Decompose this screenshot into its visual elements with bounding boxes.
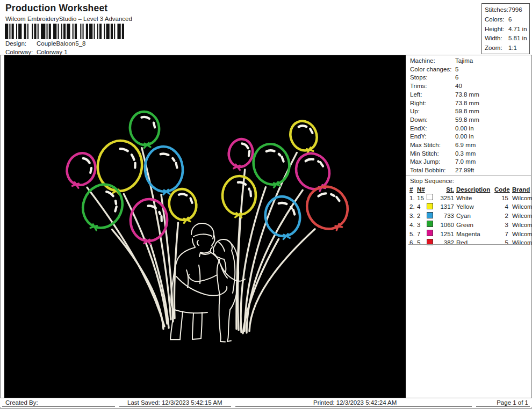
swatch-cell	[426, 212, 435, 221]
stitch-count: 733	[435, 212, 454, 221]
swatch-cell	[426, 203, 435, 212]
machine-info-value: 73.8 mm	[455, 91, 479, 98]
needle-number: 7	[417, 230, 426, 239]
swatch-cell	[426, 221, 435, 230]
machine-info-value: 6.9 mm	[455, 142, 476, 148]
machine-info-row: Left:73.8 mm	[410, 91, 529, 99]
couple-outline-stitch	[192, 239, 195, 247]
machine-info-label: Color changes:	[410, 65, 455, 74]
stitch-count: 1317	[435, 203, 454, 211]
machine-info-value: 7.0 mm	[455, 158, 476, 165]
stat-label: Zoom:	[485, 43, 508, 53]
balloon-outline	[76, 178, 128, 233]
balloon-graphic	[249, 140, 294, 191]
balloon-highlight	[82, 158, 93, 167]
stat-value: 7996	[508, 6, 522, 13]
thread-description: Green	[454, 221, 494, 230]
swatch-cell	[426, 230, 435, 239]
swatch-cell	[426, 194, 435, 203]
machine-info-value: 27.99ft	[455, 167, 474, 173]
thread-description: Yellow	[454, 203, 494, 211]
machine-info-value: 5	[455, 66, 458, 72]
machine-info-row: Min Stitch:0.3 mm	[410, 150, 529, 158]
stop-sequence-row: 6.5382Red5Wilcom	[409, 239, 530, 248]
balloon-highlight	[104, 192, 119, 204]
machine-info-label: Min Stitch:	[410, 150, 455, 158]
couple-outline-stitch	[224, 259, 226, 272]
needle-number: 15	[417, 194, 426, 203]
couple-outline-stitch	[192, 339, 201, 339]
stop-sequence-row: 2.41317Yellow4Wilcom	[409, 203, 530, 212]
machine-info-row: Trims:40	[410, 82, 529, 91]
machine-info-row: Max Jump:7.0 mm	[410, 158, 529, 166]
design-stats-box: Stitches:7996Colors:6Height:4.71 inWidth…	[481, 3, 530, 54]
balloon-outline	[128, 110, 161, 147]
couple-outline-stitch	[192, 313, 193, 339]
balloon-highlight-dash	[90, 168, 92, 173]
stat-row: Stitches:7996	[485, 5, 529, 15]
row-number: 4.	[409, 221, 417, 230]
balloon-graphic	[222, 176, 257, 218]
column-header: St.	[435, 186, 454, 194]
balloon-graphic	[62, 149, 99, 191]
created-by-cell: Created By:	[2, 399, 115, 407]
machine-info-label: Right:	[410, 99, 455, 108]
thread-brand: Wilcom	[508, 203, 530, 211]
page-title: Production Worksheet	[5, 3, 107, 14]
balloon-highlight-dash	[250, 191, 251, 196]
machine-info-row: Up:59.8 mm	[410, 107, 529, 116]
thread-code: 15	[494, 194, 508, 203]
row-number: 3.	[409, 212, 417, 221]
machine-info-value: Tajima	[455, 57, 473, 64]
stat-label: Stitches:	[485, 5, 508, 15]
balloon-outline	[143, 145, 185, 194]
balloon-highlight-dash	[248, 151, 250, 156]
balloon-graphic	[286, 117, 322, 157]
needle-number: 4	[417, 203, 426, 211]
production-worksheet-page: Production Worksheet Wilcom EmbroiderySt…	[0, 0, 532, 409]
app-subtitle: Wilcom EmbroideryStudio – Level 3 Advanc…	[5, 16, 132, 22]
stitch-count: 1060	[435, 221, 454, 230]
thread-brand: Wilcom	[508, 221, 530, 230]
machine-info-row: EndY:0.00 in	[410, 133, 529, 141]
machine-info-value: 59.8 mm	[455, 116, 479, 123]
header: Production Worksheet Wilcom EmbroiderySt…	[0, 0, 532, 55]
machine-info-label: Left:	[410, 91, 455, 99]
row-number: 2.	[409, 203, 417, 211]
table-bottom-divider	[408, 244, 529, 245]
thread-code: 4	[494, 203, 508, 211]
machine-info-panel: Machine:TajimaColor changes:5Stops:6Trim…	[406, 55, 531, 398]
balloon-outline	[63, 149, 99, 188]
thread-color-swatch	[427, 203, 433, 209]
couple-outline-stitch	[201, 312, 202, 339]
machine-info-label: EndY:	[410, 133, 455, 141]
stat-row: Width:5.81 in	[485, 34, 529, 43]
balloon-highlight-dash	[154, 122, 155, 127]
needle-number: 2	[417, 212, 426, 221]
embroidery-design	[4, 55, 406, 398]
balloon-graphic	[94, 138, 145, 196]
barcode	[5, 24, 124, 39]
balloon-highlight-dash	[114, 207, 117, 211]
thread-description: White	[454, 194, 494, 203]
balloon-outline	[286, 117, 321, 155]
balloon-highlight-dash	[161, 216, 162, 221]
row-number: 5.	[409, 230, 417, 239]
stitch-count: 1251	[435, 230, 454, 239]
column-header: Description	[454, 186, 494, 194]
balloon-outline	[226, 136, 255, 169]
design-value: CoupleBaloon5_8	[37, 40, 85, 47]
stat-value: 5.81 in	[508, 35, 527, 41]
balloon-highlight	[119, 149, 135, 160]
thread-brand: Wilcom	[508, 230, 530, 239]
stop-sequence-row: 4.31060Green3Wilcom	[409, 221, 530, 230]
machine-info-label: Up:	[410, 107, 455, 116]
machine-info-value: 6	[455, 74, 458, 81]
balloon-highlight-dash	[293, 210, 295, 215]
thread-code: 5	[494, 239, 508, 247]
balloon-highlight-dash	[282, 157, 283, 162]
machine-info-label: EndX:	[410, 125, 455, 133]
stop-sequence-row: 1.153251White15Wilcom	[409, 194, 530, 203]
design-label: Design:	[5, 40, 37, 47]
couple-outline-stitch	[189, 274, 217, 281]
